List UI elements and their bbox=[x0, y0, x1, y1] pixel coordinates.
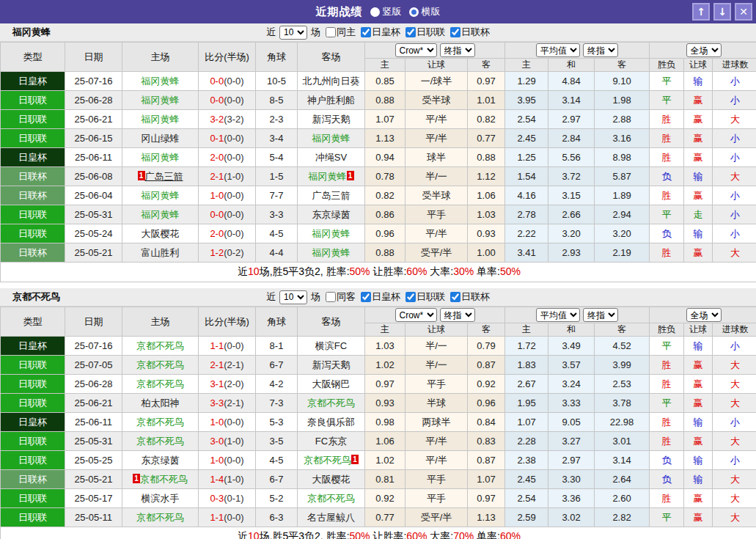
same-venue-label: 同客 bbox=[337, 290, 356, 304]
home-team-link[interactable]: 广岛三箭 bbox=[145, 171, 183, 182]
avg-company-select[interactable]: 平均值 bbox=[536, 43, 580, 57]
away-team-link[interactable]: 京都不死鸟 bbox=[307, 397, 355, 408]
same-venue-checkbox[interactable] bbox=[326, 292, 336, 302]
avg-final-select[interactable]: 终指 bbox=[583, 43, 618, 57]
home-team-cell: 福冈黄蜂 bbox=[122, 186, 199, 205]
away-team-link[interactable]: 京都不死鸟 bbox=[304, 455, 351, 466]
home-team-link[interactable]: 东京绿茵 bbox=[142, 455, 180, 466]
layout-radio-vertical[interactable]: 竖版 bbox=[370, 5, 402, 18]
col-header-4: 角球 bbox=[256, 43, 298, 72]
away-team-link[interactable]: 广岛三箭 bbox=[312, 190, 351, 201]
match-type-cell: 日皇杯 bbox=[1, 148, 65, 167]
odds-final-select[interactable]: 终指 bbox=[440, 43, 475, 57]
cup-emperor[interactable]: 日皇杯 bbox=[358, 26, 400, 39]
crow-away-odds: 0.87 bbox=[468, 356, 505, 375]
match-date-cell: 25-06-28 bbox=[65, 375, 122, 394]
radio-selected-icon[interactable] bbox=[370, 7, 380, 17]
cup-j1-checkbox[interactable] bbox=[405, 292, 416, 302]
cup-j1[interactable]: 日职联 bbox=[403, 290, 445, 304]
close-button[interactable]: ✕ bbox=[735, 3, 752, 21]
scope-select[interactable]: 全场 bbox=[686, 308, 722, 322]
same-venue[interactable]: 同主 bbox=[323, 26, 356, 39]
match-count-select[interactable]: 10 bbox=[279, 26, 307, 40]
home-team-link[interactable]: 福冈黄蜂 bbox=[142, 190, 180, 201]
home-team-link[interactable]: 京都不死鸟 bbox=[136, 378, 184, 389]
home-team-cell: 1京都不死鸟 bbox=[122, 470, 199, 489]
home-team-link[interactable]: 京都不死鸟 bbox=[136, 436, 184, 447]
away-team-link[interactable]: 福冈黄蜂 bbox=[312, 247, 351, 258]
crow-company-select[interactable]: Crow* bbox=[395, 308, 437, 322]
avg-home-odds: 2.54 bbox=[505, 110, 548, 129]
goals-result: 大 bbox=[713, 356, 756, 375]
away-team-link[interactable]: 新泻天鹅 bbox=[312, 359, 351, 370]
scope-select[interactable]: 全场 bbox=[686, 43, 722, 57]
move-up-button[interactable]: ↑ bbox=[692, 3, 710, 21]
cup-league-checkbox[interactable] bbox=[450, 292, 460, 302]
layout-radio-horizontal[interactable]: 横版 bbox=[409, 5, 441, 18]
home-team-link[interactable]: 福冈黄蜂 bbox=[142, 152, 180, 163]
home-team-link[interactable]: 柏太阳神 bbox=[142, 397, 180, 408]
away-team-link[interactable]: 福冈黄蜂 bbox=[309, 171, 347, 182]
same-venue-checkbox[interactable] bbox=[326, 27, 336, 37]
cup-j1-checkbox[interactable] bbox=[405, 27, 416, 37]
match-count-select[interactable]: 10 bbox=[279, 290, 307, 304]
cup-emperor[interactable]: 日皇杯 bbox=[358, 290, 400, 304]
away-team-link[interactable]: 福冈黄蜂 bbox=[312, 133, 351, 144]
cup-emperor-checkbox[interactable] bbox=[361, 292, 371, 302]
corners-cell: 2-3 bbox=[256, 110, 298, 129]
full-time-score: 3-1 bbox=[210, 378, 224, 389]
handicap-result: 赢 bbox=[684, 129, 713, 148]
away-team-link[interactable]: 大阪钢巴 bbox=[312, 378, 351, 389]
goals-result: 大 bbox=[713, 489, 756, 508]
match-date-cell: 25-07-16 bbox=[65, 72, 122, 91]
cup-league-checkbox[interactable] bbox=[450, 27, 460, 37]
crow-handicap: 平手 bbox=[405, 205, 468, 224]
away-team-link[interactable]: 北九州向日葵 bbox=[303, 76, 360, 87]
away-team-link[interactable]: FC东京 bbox=[315, 436, 347, 447]
move-down-button[interactable]: ↓ bbox=[713, 3, 731, 21]
avg-final-select[interactable]: 终指 bbox=[583, 308, 618, 322]
home-team-link[interactable]: 富山胜利 bbox=[142, 247, 180, 258]
radio-unselected-icon[interactable] bbox=[409, 7, 419, 17]
avg-draw-odds: 3.36 bbox=[548, 489, 595, 508]
home-team-cell: 福冈黄蜂 bbox=[122, 205, 199, 224]
odds-final-select[interactable]: 终指 bbox=[440, 308, 475, 322]
home-team-link[interactable]: 横滨水手 bbox=[142, 493, 180, 504]
home-team-link[interactable]: 福冈黄蜂 bbox=[142, 95, 180, 106]
home-team-link[interactable]: 大阪樱花 bbox=[142, 228, 180, 239]
cup-league[interactable]: 日联杯 bbox=[447, 290, 490, 304]
home-team-link[interactable]: 京都不死鸟 bbox=[136, 417, 184, 428]
away-team-link[interactable]: 奈良俱乐部 bbox=[307, 417, 355, 428]
same-venue[interactable]: 同客 bbox=[323, 290, 356, 304]
home-team-link[interactable]: 京都不死鸟 bbox=[136, 340, 184, 351]
away-team-link[interactable]: 横滨FC bbox=[315, 340, 347, 351]
away-team-link[interactable]: 福冈黄蜂 bbox=[312, 228, 351, 239]
away-team-link[interactable]: 东京绿茵 bbox=[312, 209, 351, 220]
summary-row: 近10场,胜5平3负2, 胜率:50% 让胜率:60% 大率:30% 单率:50… bbox=[1, 263, 756, 282]
home-team-link[interactable]: 京都不死鸟 bbox=[136, 512, 184, 523]
home-team-link[interactable]: 冈山绿雉 bbox=[142, 133, 180, 144]
crow-handicap: 平手 bbox=[405, 489, 468, 508]
away-team-link[interactable]: 大阪樱花 bbox=[312, 474, 351, 485]
home-team-link[interactable]: 福冈黄蜂 bbox=[142, 209, 180, 220]
away-team-cell-content: FC东京 bbox=[315, 436, 347, 447]
full-time-score: 0-3 bbox=[210, 493, 224, 504]
away-team-link[interactable]: 名古屋鲸八 bbox=[307, 512, 355, 523]
away-team-link[interactable]: 神户胜利船 bbox=[307, 95, 355, 106]
away-team-link[interactable]: 冲绳SV bbox=[315, 152, 347, 163]
cup-j1[interactable]: 日职联 bbox=[403, 26, 445, 39]
half-time-score: (2-1) bbox=[224, 397, 243, 408]
crow-company-select[interactable]: Crow* bbox=[395, 43, 437, 57]
cup-emperor-checkbox[interactable] bbox=[361, 27, 371, 37]
sub-header-4: 和 bbox=[548, 59, 595, 72]
home-team-link[interactable]: 京都不死鸟 bbox=[136, 359, 184, 370]
crow-away-odds: 0.82 bbox=[468, 110, 505, 129]
home-team-link[interactable]: 京都不死鸟 bbox=[140, 474, 188, 485]
away-team-cell-content: 京都不死鸟 bbox=[307, 493, 355, 504]
avg-company-select[interactable]: 平均值 bbox=[536, 308, 580, 322]
home-team-link[interactable]: 福冈黄蜂 bbox=[142, 114, 180, 125]
home-team-link[interactable]: 福冈黄蜂 bbox=[142, 76, 180, 87]
cup-league[interactable]: 日联杯 bbox=[447, 26, 490, 39]
away-team-link[interactable]: 京都不死鸟 bbox=[307, 493, 355, 504]
away-team-link[interactable]: 新泻天鹅 bbox=[312, 114, 351, 125]
